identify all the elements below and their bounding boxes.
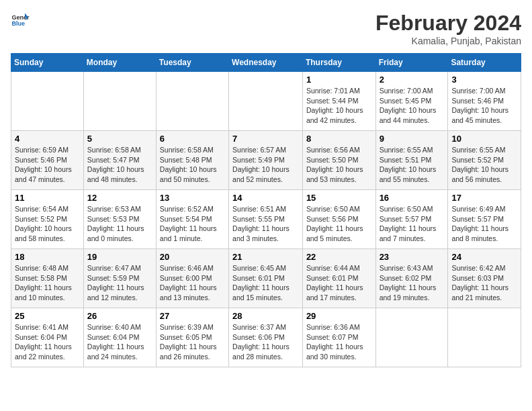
weekday-header-wednesday: Wednesday [229, 54, 303, 72]
calendar-cell [11, 72, 84, 131]
day-number: 1 [306, 75, 372, 85]
weekday-header-friday: Friday [375, 54, 448, 72]
day-number: 29 [306, 311, 372, 321]
day-info: Sunrise: 6:45 AM Sunset: 6:01 PM Dayligh… [232, 263, 299, 303]
location-subtitle: Kamalia, Punjab, Pakistan [375, 36, 521, 46]
calendar-cell: 9Sunrise: 6:55 AM Sunset: 5:51 PM Daylig… [375, 131, 448, 190]
day-number: 22 [306, 252, 372, 262]
day-number: 15 [306, 193, 372, 203]
calendar-cell: 28Sunrise: 6:37 AM Sunset: 6:06 PM Dayli… [229, 308, 303, 367]
calendar-cell: 7Sunrise: 6:57 AM Sunset: 5:49 PM Daylig… [229, 131, 303, 190]
day-info: Sunrise: 6:42 AM Sunset: 6:03 PM Dayligh… [451, 263, 517, 303]
calendar-cell [448, 308, 521, 367]
calendar-cell: 21Sunrise: 6:45 AM Sunset: 6:01 PM Dayli… [229, 249, 303, 308]
day-number: 7 [232, 134, 299, 144]
day-number: 26 [87, 311, 152, 321]
calendar-cell: 20Sunrise: 6:46 AM Sunset: 6:00 PM Dayli… [156, 249, 228, 308]
day-number: 14 [232, 193, 299, 203]
day-info: Sunrise: 6:36 AM Sunset: 6:07 PM Dayligh… [306, 322, 372, 362]
day-number: 11 [15, 193, 80, 203]
calendar-cell: 14Sunrise: 6:51 AM Sunset: 5:55 PM Dayli… [229, 190, 303, 249]
day-info: Sunrise: 6:49 AM Sunset: 5:57 PM Dayligh… [451, 204, 517, 244]
week-row-5: 25Sunrise: 6:41 AM Sunset: 6:04 PM Dayli… [11, 308, 521, 367]
week-row-3: 11Sunrise: 6:54 AM Sunset: 5:52 PM Dayli… [11, 190, 521, 249]
page-header: General Blue February 2024 Kamalia, Punj… [11, 11, 521, 46]
day-info: Sunrise: 7:00 AM Sunset: 5:46 PM Dayligh… [451, 86, 517, 126]
weekday-header-monday: Monday [83, 54, 156, 72]
day-info: Sunrise: 6:55 AM Sunset: 5:51 PM Dayligh… [380, 145, 445, 185]
day-number: 23 [380, 252, 445, 262]
calendar-cell: 29Sunrise: 6:36 AM Sunset: 6:07 PM Dayli… [302, 308, 375, 367]
day-info: Sunrise: 6:44 AM Sunset: 6:01 PM Dayligh… [306, 263, 372, 303]
calendar-cell: 12Sunrise: 6:53 AM Sunset: 5:53 PM Dayli… [83, 190, 156, 249]
day-number: 5 [87, 134, 152, 144]
calendar-cell: 1Sunrise: 7:01 AM Sunset: 5:44 PM Daylig… [302, 72, 375, 131]
day-number: 10 [451, 134, 517, 144]
day-info: Sunrise: 6:48 AM Sunset: 5:58 PM Dayligh… [15, 263, 80, 303]
month-title: February 2024 [375, 11, 521, 36]
calendar-cell: 10Sunrise: 6:55 AM Sunset: 5:52 PM Dayli… [448, 131, 521, 190]
calendar-cell: 23Sunrise: 6:43 AM Sunset: 6:02 PM Dayli… [375, 249, 448, 308]
day-number: 2 [380, 75, 445, 85]
calendar-cell: 8Sunrise: 6:56 AM Sunset: 5:50 PM Daylig… [302, 131, 375, 190]
day-number: 3 [451, 75, 517, 85]
calendar-table: SundayMondayTuesdayWednesdayThursdayFrid… [11, 53, 521, 367]
day-number: 13 [160, 193, 225, 203]
calendar-cell: 25Sunrise: 6:41 AM Sunset: 6:04 PM Dayli… [11, 308, 84, 367]
day-info: Sunrise: 6:53 AM Sunset: 5:53 PM Dayligh… [87, 204, 152, 244]
week-row-1: 1Sunrise: 7:01 AM Sunset: 5:44 PM Daylig… [11, 72, 521, 131]
calendar-cell: 15Sunrise: 6:50 AM Sunset: 5:56 PM Dayli… [302, 190, 375, 249]
calendar-cell: 27Sunrise: 6:39 AM Sunset: 6:05 PM Dayli… [156, 308, 228, 367]
day-number: 21 [232, 252, 299, 262]
week-row-4: 18Sunrise: 6:48 AM Sunset: 5:58 PM Dayli… [11, 249, 521, 308]
day-info: Sunrise: 6:59 AM Sunset: 5:46 PM Dayligh… [15, 145, 80, 185]
day-info: Sunrise: 6:58 AM Sunset: 5:47 PM Dayligh… [87, 145, 152, 185]
logo-icon: General Blue [11, 11, 30, 30]
day-number: 4 [15, 134, 80, 144]
title-section: February 2024 Kamalia, Punjab, Pakistan [375, 11, 521, 46]
day-info: Sunrise: 6:58 AM Sunset: 5:48 PM Dayligh… [160, 145, 225, 185]
day-info: Sunrise: 6:47 AM Sunset: 5:59 PM Dayligh… [87, 263, 152, 303]
calendar-cell [83, 72, 156, 131]
day-info: Sunrise: 6:52 AM Sunset: 5:54 PM Dayligh… [160, 204, 225, 244]
day-number: 19 [87, 252, 152, 262]
svg-text:Blue: Blue [11, 20, 25, 27]
calendar-cell: 3Sunrise: 7:00 AM Sunset: 5:46 PM Daylig… [448, 72, 521, 131]
day-info: Sunrise: 6:43 AM Sunset: 6:02 PM Dayligh… [380, 263, 445, 303]
day-info: Sunrise: 6:54 AM Sunset: 5:52 PM Dayligh… [15, 204, 80, 244]
calendar-cell: 5Sunrise: 6:58 AM Sunset: 5:47 PM Daylig… [83, 131, 156, 190]
calendar-cell: 26Sunrise: 6:40 AM Sunset: 6:04 PM Dayli… [83, 308, 156, 367]
calendar-cell: 18Sunrise: 6:48 AM Sunset: 5:58 PM Dayli… [11, 249, 84, 308]
logo: General Blue [11, 11, 30, 30]
calendar-cell [156, 72, 228, 131]
day-number: 24 [451, 252, 517, 262]
calendar-cell: 17Sunrise: 6:49 AM Sunset: 5:57 PM Dayli… [448, 190, 521, 249]
day-number: 25 [15, 311, 80, 321]
day-info: Sunrise: 6:55 AM Sunset: 5:52 PM Dayligh… [451, 145, 517, 185]
day-info: Sunrise: 6:40 AM Sunset: 6:04 PM Dayligh… [87, 322, 152, 362]
day-info: Sunrise: 7:01 AM Sunset: 5:44 PM Dayligh… [306, 86, 372, 126]
weekday-header-saturday: Saturday [448, 54, 521, 72]
day-info: Sunrise: 6:50 AM Sunset: 5:56 PM Dayligh… [306, 204, 372, 244]
day-info: Sunrise: 6:57 AM Sunset: 5:49 PM Dayligh… [232, 145, 299, 185]
day-number: 16 [380, 193, 445, 203]
day-info: Sunrise: 6:56 AM Sunset: 5:50 PM Dayligh… [306, 145, 372, 185]
day-info: Sunrise: 6:51 AM Sunset: 5:55 PM Dayligh… [232, 204, 299, 244]
weekday-header-row: SundayMondayTuesdayWednesdayThursdayFrid… [11, 54, 521, 72]
calendar-cell: 19Sunrise: 6:47 AM Sunset: 5:59 PM Dayli… [83, 249, 156, 308]
calendar-cell: 6Sunrise: 6:58 AM Sunset: 5:48 PM Daylig… [156, 131, 228, 190]
calendar-cell: 22Sunrise: 6:44 AM Sunset: 6:01 PM Dayli… [302, 249, 375, 308]
day-number: 9 [380, 134, 445, 144]
day-number: 27 [160, 311, 225, 321]
calendar-cell: 11Sunrise: 6:54 AM Sunset: 5:52 PM Dayli… [11, 190, 84, 249]
day-number: 17 [451, 193, 517, 203]
day-number: 8 [306, 134, 372, 144]
calendar-cell: 2Sunrise: 7:00 AM Sunset: 5:45 PM Daylig… [375, 72, 448, 131]
day-info: Sunrise: 6:50 AM Sunset: 5:57 PM Dayligh… [380, 204, 445, 244]
calendar-cell [375, 308, 448, 367]
day-info: Sunrise: 6:39 AM Sunset: 6:05 PM Dayligh… [160, 322, 225, 362]
day-info: Sunrise: 6:46 AM Sunset: 6:00 PM Dayligh… [160, 263, 225, 303]
week-row-2: 4Sunrise: 6:59 AM Sunset: 5:46 PM Daylig… [11, 131, 521, 190]
day-number: 12 [87, 193, 152, 203]
day-info: Sunrise: 6:37 AM Sunset: 6:06 PM Dayligh… [232, 322, 299, 362]
